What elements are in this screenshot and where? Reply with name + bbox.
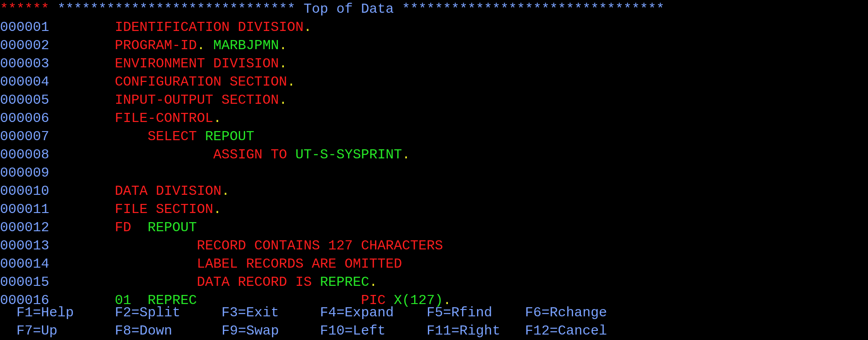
code-token: LABEL RECORDS ARE OMITTED [197, 256, 402, 272]
function-key-bar: F1=Help F2=Split F3=Exit F4=Expand F5=Rf… [0, 304, 868, 340]
line-number: 000010 [0, 183, 49, 199]
function-key-row-2: F7=Up F8=Down F9=Swap F10=Left F11=Right… [0, 322, 868, 340]
line-number: 000006 [0, 111, 49, 126]
line-number: 000012 [0, 220, 49, 235]
line-number: 000015 [0, 274, 49, 290]
banner-stars-mid-right: ******************************** [402, 1, 664, 17]
code-token: REPOUT [148, 220, 197, 235]
editor-body[interactable]: ****** ***************************** Top… [0, 0, 868, 310]
line-number: 000005 [0, 92, 49, 108]
code-token: REPREC [320, 274, 369, 290]
line-number: 000011 [0, 202, 49, 217]
line-number: 000013 [0, 238, 49, 254]
code-token: CONFIGURATION SECTION [115, 74, 287, 90]
banner-stars-left: ****** [0, 1, 49, 17]
code-token: . [279, 38, 287, 53]
code-token: REPOUT [205, 129, 254, 144]
fkey-f7[interactable]: F7=Up [8, 323, 57, 339]
code-line[interactable]: 000007 SELECT REPOUT [0, 127, 868, 146]
function-key-row-1: F1=Help F2=Split F3=Exit F4=Expand F5=Rf… [0, 304, 868, 322]
code-token: . [279, 56, 287, 71]
code-line[interactable]: 000015 DATA RECORD IS REPREC. [0, 273, 868, 291]
line-number: 000001 [0, 20, 49, 35]
code-token: . [402, 147, 410, 162]
code-line[interactable]: 000012 FD REPOUT [0, 218, 868, 237]
code-token: . [221, 183, 230, 199]
line-number: 000014 [0, 256, 49, 272]
code-line[interactable]: 000008 ASSIGN TO UT-S-SYSPRINT. [0, 146, 868, 164]
line-number: 000004 [0, 74, 49, 90]
code-token: DATA DIVISION [115, 183, 221, 199]
code-token: INPUT-OUTPUT SECTION [115, 92, 279, 108]
code-token: . [279, 92, 287, 108]
code-line[interactable]: 000001 IDENTIFICATION DIVISION. [0, 18, 868, 36]
code-token: PROGRAM-ID [115, 38, 197, 53]
code-token: . [303, 20, 312, 35]
line-number: 000008 [0, 147, 49, 162]
code-token: FILE-CONTROL [115, 111, 213, 126]
code-line[interactable]: 000010 DATA DIVISION. [0, 182, 868, 200]
code-line[interactable]: 000005 INPUT-OUTPUT SECTION. [0, 91, 868, 109]
code-line[interactable]: 000004 CONFIGURATION SECTION. [0, 73, 868, 91]
fkey-f3[interactable]: F3=Exit [213, 305, 279, 320]
fkey-f9[interactable]: F9=Swap [213, 323, 279, 339]
line-number: 000009 [0, 165, 49, 181]
fkey-f8[interactable]: F8=Down [107, 323, 172, 339]
line-number: 000007 [0, 129, 49, 144]
code-token: ASSIGN TO [213, 147, 295, 162]
code-line[interactable]: 000003 ENVIRONMENT DIVISION. [0, 55, 868, 73]
fkey-f6[interactable]: F6=Rchange [517, 305, 607, 320]
banner-stars-mid-left: ***************************** [57, 1, 295, 17]
code-line[interactable]: 000002 PROGRAM-ID. MARBJPMN. [0, 36, 868, 55]
code-line[interactable]: 000014 LABEL RECORDS ARE OMITTED [0, 255, 868, 273]
code-token: IDENTIFICATION DIVISION [115, 20, 303, 35]
code-line[interactable]: 000011 FILE SECTION. [0, 200, 868, 218]
banner-label: Top of Data [295, 1, 402, 17]
code-token: ENVIRONMENT DIVISION [115, 56, 279, 71]
fkey-f4[interactable]: F4=Expand [312, 305, 394, 320]
code-token: RECORD CONTAINS 127 CHARACTERS [197, 238, 443, 254]
code-token: DATA RECORD IS [197, 274, 320, 290]
code-token: . [213, 111, 221, 126]
top-of-data-banner: ****** ***************************** Top… [0, 0, 868, 18]
fkey-f11[interactable]: F11=Right [418, 323, 500, 339]
fkey-f1[interactable]: F1=Help [8, 305, 74, 320]
code-token: . [287, 74, 295, 90]
fkey-f5[interactable]: F5=Rfind [418, 305, 492, 320]
code-line[interactable]: 000006 FILE-CONTROL. [0, 109, 868, 127]
code-token: FILE SECTION [115, 202, 213, 217]
code-token: UT-S-SYSPRINT [295, 147, 402, 162]
code-token: . [197, 38, 213, 53]
fkey-f12[interactable]: F12=Cancel [517, 323, 607, 339]
code-token: . [369, 274, 377, 290]
code-token: MARBJPMN [213, 38, 279, 53]
line-number: 000003 [0, 56, 49, 71]
code-token: . [213, 202, 221, 217]
code-token: FD [115, 220, 148, 235]
code-line[interactable]: 000013 RECORD CONTAINS 127 CHARACTERS [0, 237, 868, 255]
code-line[interactable]: 000009 [0, 164, 868, 182]
line-number: 000002 [0, 38, 49, 53]
code-token: SELECT [148, 129, 205, 144]
fkey-f10[interactable]: F10=Left [312, 323, 385, 339]
fkey-f2[interactable]: F2=Split [107, 305, 180, 320]
